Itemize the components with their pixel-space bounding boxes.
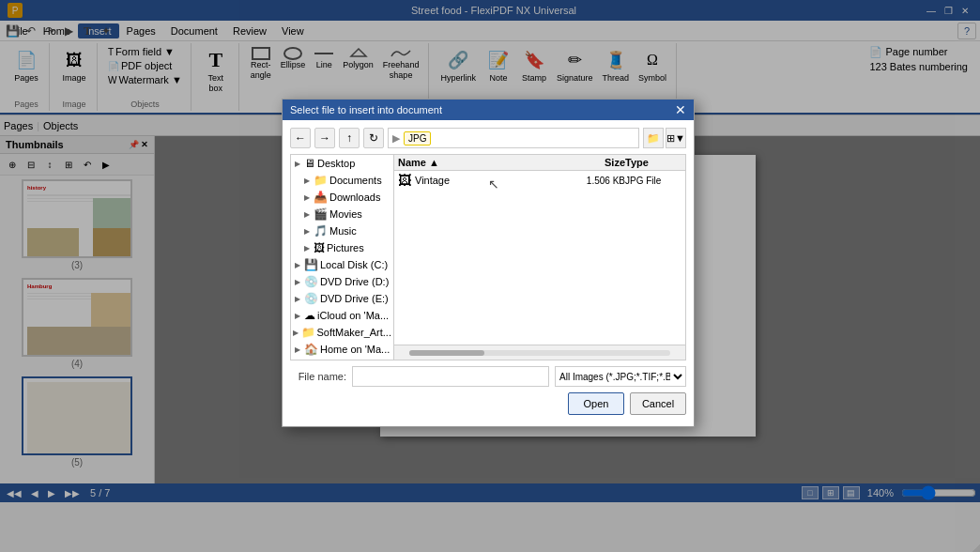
horizontal-scrollbar[interactable]	[394, 345, 685, 360]
file-item-vintage[interactable]: 🖼 Vintage 1.506 KB JPG File	[394, 171, 685, 190]
tree-item-music[interactable]: ▶ 🎵 Music	[291, 222, 393, 239]
forward-button[interactable]: →	[314, 128, 335, 148]
tree-item-local-c[interactable]: ▶ 💾 Local Disk (C:)	[291, 256, 393, 273]
refresh-button[interactable]: ↻	[363, 128, 384, 148]
path-arrow-icon: ▶	[392, 132, 400, 145]
up-button[interactable]: ↑	[339, 128, 360, 148]
path-bar: ▶ JPG	[388, 128, 639, 148]
files-list: Name ▲ Size Type 🖼 Vintage 1.506 KB JPG …	[394, 155, 685, 345]
file-open-dialog: Select file to insert into document ✕ ← …	[282, 99, 695, 427]
hscroll-track	[409, 350, 670, 356]
filename-input[interactable]	[352, 366, 549, 387]
cancel-button[interactable]: Cancel	[630, 392, 686, 415]
file-vintage-size: 1.506 KB	[569, 176, 625, 186]
tree-item-allfiles[interactable]: ▶ 📁 AllFiles on 'Ma...	[291, 358, 393, 360]
files-header: Name ▲ Size Type	[394, 155, 685, 171]
view-toggle-button[interactable]: ⊞▼	[666, 128, 686, 148]
file-dialog-toolbar: ← → ↑ ↻ ▶ JPG 📁 ⊞▼	[290, 128, 686, 148]
tree-item-movies[interactable]: ▶ 🎬 Movies	[291, 206, 393, 222]
dialog-close-button[interactable]: ✕	[675, 103, 686, 116]
folder-tree: ▶ 🖥 Desktop ▶ 📁 Documents ▶ 📥 Downloads	[291, 155, 394, 360]
filename-row: File name: All Images (*.JPG;*.TIF;*.BMP…	[290, 366, 686, 387]
tree-item-dvd-d[interactable]: ▶ 💿 DVD Drive (D:)	[291, 273, 393, 290]
current-folder: JPG	[404, 131, 431, 146]
folder-view-button[interactable]: 📁	[643, 128, 664, 148]
file-vintage-icon: 🖼	[398, 173, 411, 188]
open-button[interactable]: Open	[568, 392, 624, 415]
tree-item-home-ma[interactable]: ▶ 🏠 Home on 'Ma...	[291, 341, 393, 358]
files-col-name[interactable]: Name ▲	[398, 157, 569, 168]
tree-item-softmaker[interactable]: ▶ 📁 SoftMaker_Art...	[291, 324, 393, 341]
tree-item-desktop[interactable]: ▶ 🖥 Desktop	[291, 155, 393, 172]
tree-item-icloud[interactable]: ▶ ☁ iCloud on 'Ma...	[291, 307, 393, 324]
file-vintage-name: Vintage	[415, 175, 569, 186]
hscroll-thumb	[409, 350, 484, 356]
dialog-body: ← → ↑ ↻ ▶ JPG 📁 ⊞▼ ▶ 🖥	[283, 120, 694, 426]
dialog-overlay: Select file to insert into document ✕ ← …	[0, 0, 980, 552]
tree-item-dvd-e[interactable]: ▶ 💿 DVD Drive (E:)	[291, 290, 393, 307]
tree-item-downloads[interactable]: ▶ 📥 Downloads	[291, 189, 393, 206]
file-vintage-type: JPG File	[625, 176, 681, 186]
resize-handle[interactable]	[972, 544, 980, 552]
dialog-title: Select file to insert into document	[290, 104, 442, 115]
dialog-buttons: Open Cancel	[290, 392, 686, 419]
tree-item-pictures[interactable]: ▶ 🖼 Pictures	[291, 239, 393, 256]
files-col-type[interactable]: Type	[625, 157, 681, 168]
files-panel: Name ▲ Size Type 🖼 Vintage 1.506 KB JPG …	[394, 155, 685, 360]
files-col-size[interactable]: Size	[569, 157, 625, 168]
dialog-titlebar: Select file to insert into document ✕	[283, 100, 694, 120]
tree-item-documents[interactable]: ▶ 📁 Documents	[291, 172, 393, 189]
file-dialog-content: ▶ 🖥 Desktop ▶ 📁 Documents ▶ 📥 Downloads	[290, 154, 686, 360]
file-filter-select[interactable]: All Images (*.JPG;*.TIF;*.BMP;*.I...	[555, 366, 686, 387]
back-button[interactable]: ←	[290, 128, 311, 148]
filename-label: File name:	[290, 371, 346, 382]
